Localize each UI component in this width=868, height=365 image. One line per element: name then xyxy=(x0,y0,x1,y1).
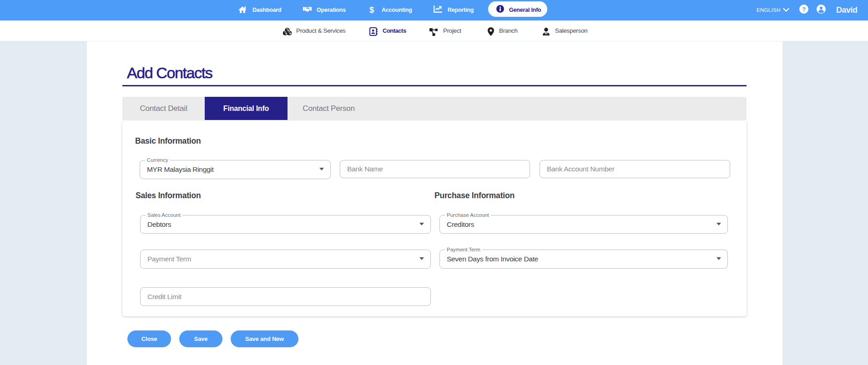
svg-text:?: ? xyxy=(802,6,806,13)
